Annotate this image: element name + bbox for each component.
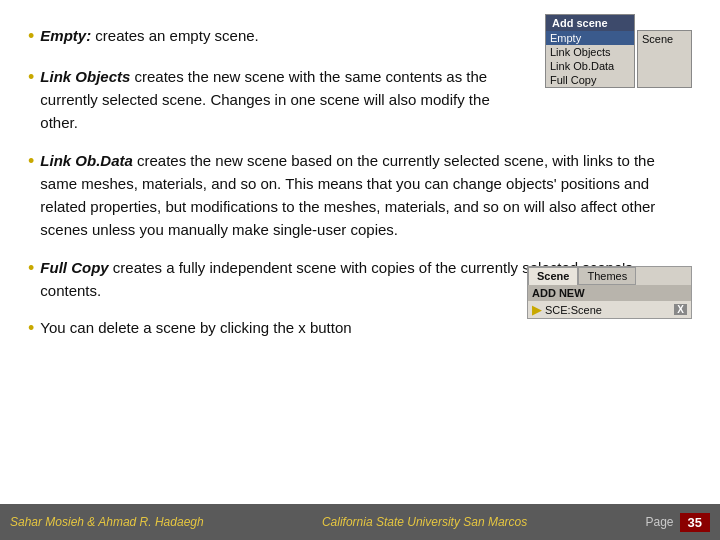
panel-item-link-objects[interactable]: Link Objects [546, 45, 634, 59]
add-new-row[interactable]: ADD NEW [528, 285, 691, 301]
keyword-link-objects: Link Objects [40, 68, 130, 85]
bullet-symbol-1: • [28, 23, 34, 51]
sce-label: SCE:Scene [545, 304, 674, 316]
panel-item-link-obdata[interactable]: Link Ob.Data [546, 59, 634, 73]
panel-item-full-copy[interactable]: Full Copy [546, 73, 634, 87]
bullet-symbol-3: • [28, 148, 34, 176]
bullet-delete: • You can delete a scene by clicking the… [28, 316, 692, 343]
panel-right-scene: Scene [637, 30, 692, 88]
keyword-empty: Empty: [40, 27, 91, 44]
bullet-symbol-4: • [28, 255, 34, 283]
bullet-text-empty: Empty: creates an empty scene. [40, 24, 517, 47]
bullet-link-obdata: • Link Ob.Data creates the new scene bas… [28, 149, 692, 242]
sce-row: ▶ SCE:Scene X [528, 301, 691, 318]
footer: Sahar Mosieh & Ahmad R. Hadaegh Californ… [0, 504, 720, 540]
footer-right: Page 35 [646, 513, 711, 532]
main-content: Add scene Empty Link Objects Link Ob.Dat… [0, 0, 720, 367]
footer-left-text: Sahar Mosieh & Ahmad R. Hadaegh [10, 515, 204, 529]
bullet-symbol-2: • [28, 64, 34, 92]
themes-tab[interactable]: Themes [578, 267, 636, 285]
panel-item-empty[interactable]: Empty [546, 31, 634, 45]
bullet-symbol-5: • [28, 315, 34, 343]
bullet-text-delete: You can delete a scene by clicking the x… [40, 316, 502, 339]
footer-page-number: 35 [680, 513, 710, 532]
panel-title: Add scene [546, 15, 634, 31]
scene-themes-panel: Scene Themes ADD NEW ▶ SCE:Scene X [527, 266, 692, 319]
add-scene-panels: Add scene Empty Link Objects Link Ob.Dat… [545, 14, 692, 88]
scene-tab[interactable]: Scene [528, 267, 578, 285]
sce-bullet-icon: ▶ [532, 302, 542, 317]
add-scene-panel: Add scene Empty Link Objects Link Ob.Dat… [545, 14, 635, 88]
bullet-text-link-obdata: Link Ob.Data creates the new scene based… [40, 149, 692, 242]
keyword-full-copy: Full Copy [40, 259, 108, 276]
scene-panel-header: Scene Themes [528, 267, 691, 285]
bullet-text-link-objects: Link Objects creates the new scene with … [40, 65, 517, 135]
keyword-link-obdata: Link Ob.Data [40, 152, 133, 169]
sce-x-button[interactable]: X [674, 304, 687, 315]
footer-center-text: California State University San Marcos [322, 515, 527, 529]
panel-scene-label: Scene [638, 31, 691, 47]
footer-page-label: Page [646, 515, 674, 529]
